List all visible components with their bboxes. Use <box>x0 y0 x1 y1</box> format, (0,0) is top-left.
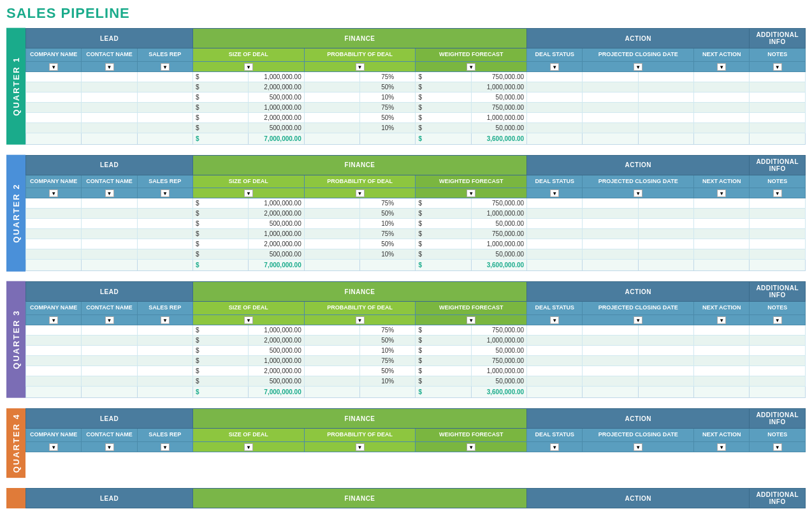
deal-status-cell[interactable] <box>527 346 583 356</box>
dropdown-cell-5[interactable]: ▼ <box>416 61 527 71</box>
dropdown-cell-0[interactable]: ▼ <box>26 188 82 198</box>
dropdown-cell-9[interactable]: ▼ <box>750 61 806 71</box>
deal-value[interactable]: 2,000,000.00 <box>249 209 304 219</box>
salesrep-cell[interactable] <box>137 366 192 376</box>
company-cell[interactable] <box>26 71 82 82</box>
company-cell[interactable] <box>26 376 82 387</box>
next-action-cell[interactable] <box>694 102 750 112</box>
deal-value[interactable]: 2,000,000.00 <box>249 366 304 376</box>
dropdown-cell-3[interactable]: ▼ <box>193 188 305 198</box>
notes-cell[interactable] <box>750 102 806 112</box>
next-action-cell[interactable] <box>694 376 750 387</box>
dropdown-cell-4[interactable]: ▼ <box>304 61 416 71</box>
dropdown-cell-3[interactable]: ▼ <box>193 61 305 71</box>
next-action-cell[interactable] <box>694 122 750 133</box>
probability-value[interactable]: 75% <box>360 102 416 112</box>
weighted-value[interactable]: 50,000.00 <box>471 249 526 260</box>
proj-date-2-cell[interactable] <box>638 229 693 239</box>
deal-status-cell[interactable] <box>527 229 583 239</box>
dropdown-arrow-icon[interactable]: ▼ <box>49 316 58 324</box>
dropdown-cell-2[interactable]: ▼ <box>137 61 192 71</box>
proj-date-2-cell[interactable] <box>638 209 693 219</box>
dropdown-arrow-icon[interactable]: ▼ <box>244 316 253 324</box>
proj-date-2-cell[interactable] <box>638 356 693 366</box>
deal-status-cell[interactable] <box>527 356 583 366</box>
contact-cell[interactable] <box>82 366 137 376</box>
dropdown-cell-6[interactable]: ▼ <box>527 61 583 71</box>
dropdown-cell-4[interactable]: ▼ <box>304 315 416 325</box>
proj-date-2-cell[interactable] <box>638 249 693 260</box>
contact-cell[interactable] <box>82 219 137 229</box>
dropdown-arrow-icon[interactable]: ▼ <box>773 316 782 324</box>
contact-cell[interactable] <box>82 239 137 249</box>
notes-cell[interactable] <box>750 198 806 209</box>
proj-date-2-cell[interactable] <box>638 82 693 92</box>
deal-value[interactable]: 2,000,000.00 <box>249 82 304 92</box>
next-action-cell[interactable] <box>694 346 750 356</box>
probability-value[interactable]: 50% <box>360 336 416 346</box>
company-cell[interactable] <box>26 102 82 112</box>
dropdown-cell-9[interactable]: ▼ <box>750 441 806 452</box>
dropdown-arrow-icon[interactable]: ▼ <box>717 316 726 324</box>
notes-cell[interactable] <box>750 346 806 356</box>
next-action-cell[interactable] <box>694 366 750 376</box>
dropdown-arrow-icon[interactable]: ▼ <box>467 63 475 71</box>
weighted-value[interactable]: 50,000.00 <box>471 219 526 229</box>
deal-value[interactable]: 500,000.00 <box>249 376 304 387</box>
notes-cell[interactable] <box>750 249 806 260</box>
dropdown-arrow-icon[interactable]: ▼ <box>773 189 782 197</box>
next-action-cell[interactable] <box>694 112 750 122</box>
dropdown-cell-8[interactable]: ▼ <box>694 441 750 452</box>
dropdown-cell-7[interactable]: ▼ <box>583 61 694 71</box>
proj-date-1-cell[interactable] <box>583 198 638 209</box>
dropdown-arrow-icon[interactable]: ▼ <box>550 316 559 324</box>
next-action-cell[interactable] <box>694 92 750 102</box>
dropdown-cell-2[interactable]: ▼ <box>137 315 192 325</box>
contact-cell[interactable] <box>82 249 137 260</box>
proj-date-1-cell[interactable] <box>583 239 638 249</box>
contact-cell[interactable] <box>82 71 137 82</box>
probability-value[interactable]: 10% <box>360 122 416 133</box>
salesrep-cell[interactable] <box>137 346 192 356</box>
proj-date-1-cell[interactable] <box>583 209 638 219</box>
salesrep-cell[interactable] <box>137 209 192 219</box>
probability-value[interactable]: 75% <box>360 71 416 82</box>
dropdown-arrow-icon[interactable]: ▼ <box>105 63 114 71</box>
dropdown-arrow-icon[interactable]: ▼ <box>356 63 365 71</box>
weighted-value[interactable]: 750,000.00 <box>471 356 526 366</box>
dropdown-cell-2[interactable]: ▼ <box>137 188 192 198</box>
deal-status-cell[interactable] <box>527 376 583 387</box>
salesrep-cell[interactable] <box>137 92 192 102</box>
dropdown-arrow-icon[interactable]: ▼ <box>244 63 253 71</box>
weighted-value[interactable]: 1,000,000.00 <box>471 366 526 376</box>
salesrep-cell[interactable] <box>137 229 192 239</box>
salesrep-cell[interactable] <box>137 376 192 387</box>
next-action-cell[interactable] <box>694 325 750 336</box>
deal-value[interactable]: 1,000,000.00 <box>249 325 304 336</box>
weighted-value[interactable]: 750,000.00 <box>471 71 526 82</box>
dropdown-cell-5[interactable]: ▼ <box>416 315 527 325</box>
dropdown-arrow-icon[interactable]: ▼ <box>356 443 365 451</box>
company-cell[interactable] <box>26 219 82 229</box>
dropdown-arrow-icon[interactable]: ▼ <box>467 443 475 451</box>
weighted-value[interactable]: 1,000,000.00 <box>471 209 526 219</box>
dropdown-cell-7[interactable]: ▼ <box>583 441 694 452</box>
deal-status-cell[interactable] <box>527 92 583 102</box>
dropdown-arrow-icon[interactable]: ▼ <box>356 316 365 324</box>
next-action-cell[interactable] <box>694 249 750 260</box>
dropdown-arrow-icon[interactable]: ▼ <box>49 443 58 451</box>
dropdown-arrow-icon[interactable]: ▼ <box>550 63 559 71</box>
weighted-value[interactable]: 50,000.00 <box>471 122 526 133</box>
dropdown-cell-1[interactable]: ▼ <box>82 315 137 325</box>
proj-date-1-cell[interactable] <box>583 122 638 133</box>
proj-date-1-cell[interactable] <box>583 219 638 229</box>
probability-value[interactable]: 50% <box>360 112 416 122</box>
dropdown-cell-7[interactable]: ▼ <box>583 188 694 198</box>
deal-status-cell[interactable] <box>527 239 583 249</box>
notes-cell[interactable] <box>750 366 806 376</box>
proj-date-2-cell[interactable] <box>638 122 693 133</box>
deal-status-cell[interactable] <box>527 366 583 376</box>
proj-date-2-cell[interactable] <box>638 198 693 209</box>
salesrep-cell[interactable] <box>137 325 192 336</box>
deal-status-cell[interactable] <box>527 249 583 260</box>
